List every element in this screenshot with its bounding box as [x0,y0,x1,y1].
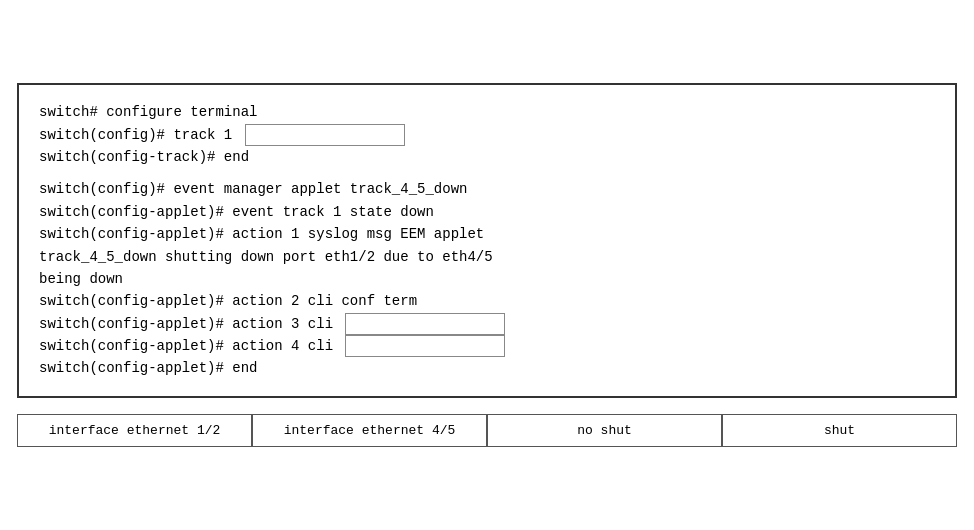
action3-input[interactable] [345,313,505,335]
spacer-1 [39,168,935,178]
terminal-line-9: switch(config-applet)# action 2 cli conf… [39,290,935,312]
terminal-line-5: switch(config-applet)# event track 1 sta… [39,201,935,223]
line6-text: switch(config-applet)# action 1 syslog m… [39,223,484,245]
btn-interface-eth45[interactable]: interface ethernet 4/5 [252,414,487,447]
line3-text: switch(config-track)# end [39,146,249,168]
terminal-line-8: being down [39,268,935,290]
line2-text: switch(config)# track 1 [39,124,241,146]
btn-no-shut[interactable]: no shut [487,414,722,447]
btn-interface-eth12[interactable]: interface ethernet 1/2 [17,414,252,447]
line11-text: switch(config-applet)# action 4 cli [39,335,341,357]
btn-shut[interactable]: shut [722,414,957,447]
terminal-line-12: switch(config-applet)# end [39,357,935,379]
line9-text: switch(config-applet)# action 2 cli conf… [39,290,417,312]
terminal-line-4: switch(config)# event manager applet tra… [39,178,935,200]
line4-text: switch(config)# event manager applet tra… [39,178,467,200]
terminal-line-3: switch(config-track)# end [39,146,935,168]
line7-text: track_4_5_down shutting down port eth1/2… [39,246,493,268]
line1-text: switch# configure terminal [39,101,257,123]
action4-input[interactable] [345,335,505,357]
terminal-line-7: track_4_5_down shutting down port eth1/2… [39,246,935,268]
terminal-line-11: switch(config-applet)# action 4 cli [39,335,935,357]
terminal-line-1: switch# configure terminal [39,101,935,123]
line8-text: being down [39,268,123,290]
line5-text: switch(config-applet)# event track 1 sta… [39,201,434,223]
terminal-line-6: switch(config-applet)# action 1 syslog m… [39,223,935,245]
main-container: switch# configure terminal switch(config… [17,83,957,447]
terminal-box: switch# configure terminal switch(config… [17,83,957,398]
line10-text: switch(config-applet)# action 3 cli [39,313,341,335]
button-row: interface ethernet 1/2 interface etherne… [17,414,957,447]
track-input[interactable] [245,124,405,146]
terminal-line-2: switch(config)# track 1 [39,124,935,146]
line12-text: switch(config-applet)# end [39,357,257,379]
terminal-line-10: switch(config-applet)# action 3 cli [39,313,935,335]
